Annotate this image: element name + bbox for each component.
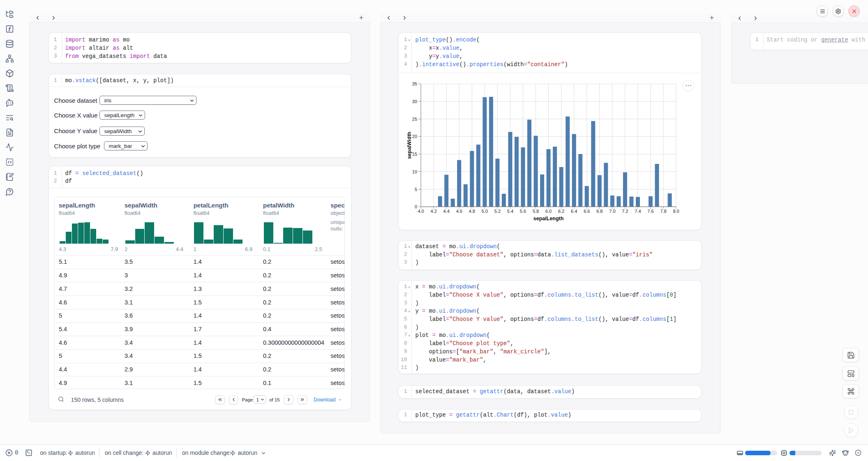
svg-text:4.2: 4.2 [431,209,437,214]
svg-text:5.2: 5.2 [494,209,501,214]
svg-text:25: 25 [412,117,417,122]
svg-text:5.6: 5.6 [520,209,526,214]
svg-text:8.0: 8.0 [673,209,679,214]
svg-text:7.4: 7.4 [635,209,641,214]
svg-text:sepalLength: sepalLength [533,216,564,221]
svg-text:15: 15 [412,152,417,157]
svg-text:4.4: 4.4 [443,209,450,214]
svg-text:0: 0 [415,204,417,209]
svg-text:6.0: 6.0 [545,209,552,214]
svg-text:4.6: 4.6 [456,209,462,214]
svg-text:7.2: 7.2 [622,209,628,214]
svg-text:sepalWidth: sepalWidth [406,132,412,159]
svg-text:7.0: 7.0 [609,209,616,214]
svg-text:20: 20 [412,134,417,139]
svg-text:6.2: 6.2 [558,209,564,214]
svg-text:7.8: 7.8 [660,209,667,214]
svg-text:6.8: 6.8 [597,209,603,214]
svg-text:35: 35 [412,81,417,86]
svg-text:5.0: 5.0 [482,209,488,214]
svg-text:4.0: 4.0 [418,209,424,214]
svg-text:4.8: 4.8 [469,209,475,214]
svg-text:6.4: 6.4 [571,209,577,214]
svg-text:5.8: 5.8 [533,209,539,214]
svg-text:5.4: 5.4 [507,209,513,214]
svg-text:10: 10 [412,169,417,174]
svg-text:6.6: 6.6 [584,209,590,214]
svg-text:30: 30 [412,99,417,104]
svg-text:7.6: 7.6 [648,209,654,214]
svg-text:5: 5 [415,187,417,192]
